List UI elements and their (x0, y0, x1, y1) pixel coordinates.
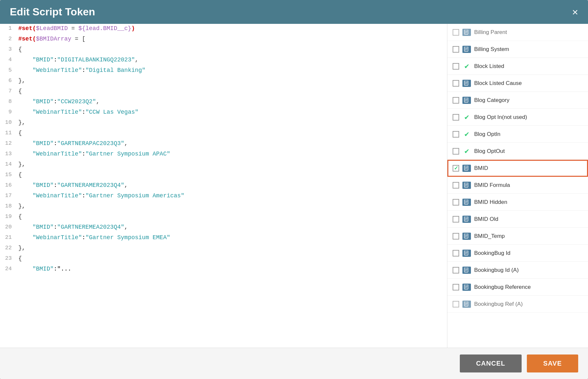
token-label: BMID Old (474, 216, 498, 222)
token-check-icon: ✔ (462, 114, 471, 121)
token-checkbox[interactable] (453, 97, 459, 104)
token-label: Billing Parent (474, 29, 507, 36)
token-check-icon: ✔ (462, 148, 471, 155)
token-checkbox[interactable] (453, 267, 459, 273)
token-list-item[interactable]: Bookingbug Ref (A) (447, 296, 588, 313)
line-content: "BMID":"GARTNERAMER2023Q4", (16, 181, 447, 190)
token-label: Blog Opt In(not used) (474, 114, 527, 121)
token-doc-icon (462, 284, 471, 291)
line-number: 24 (0, 264, 16, 273)
token-list-item[interactable]: ✔Blog OptOut (447, 143, 588, 160)
code-line: 19{ (0, 212, 447, 222)
line-number: 9 (0, 107, 16, 116)
token-list-item[interactable]: Bookingbug Reference (447, 279, 588, 296)
token-doc-icon (462, 199, 471, 206)
line-content: #set($LeadBMID = ${lead.BMID__c}) (16, 24, 447, 33)
token-list-item[interactable]: BMID Old (447, 211, 588, 228)
line-content: "BMID":"CCW2023Q2", (16, 97, 447, 106)
token-list-item[interactable]: Block Listed Cause (447, 75, 588, 92)
token-label: Bookingbug Id (A) (474, 267, 519, 273)
token-list-item[interactable]: BMID Formula (447, 177, 588, 194)
modal-title: Edit Script Token (10, 6, 95, 18)
token-checkbox[interactable] (453, 199, 459, 206)
token-checkbox[interactable] (453, 63, 459, 70)
token-doc-icon (462, 301, 471, 308)
code-line: 8 "BMID":"CCW2023Q2", (0, 97, 447, 107)
token-list-item[interactable]: Billing System (447, 41, 588, 58)
token-check-icon: ✔ (462, 131, 471, 138)
line-content: { (16, 212, 447, 221)
token-list-item[interactable]: BMID (447, 160, 588, 177)
token-checkbox[interactable] (453, 46, 459, 53)
token-list-item[interactable]: BookingBug Id (447, 245, 588, 262)
line-number: 8 (0, 97, 16, 106)
token-doc-icon (462, 165, 471, 172)
save-button[interactable]: SAVE (527, 354, 578, 372)
token-checkbox[interactable] (453, 114, 459, 121)
line-number: 20 (0, 222, 16, 231)
code-line: 16 "BMID":"GARTNERAMER2023Q4", (0, 181, 447, 191)
line-content: #set($BMIDArray = [ (16, 34, 447, 43)
token-doc-icon (462, 233, 471, 240)
line-content: "BMID":"DIGITALBANKINGQ22023", (16, 55, 447, 64)
line-content: { (16, 170, 447, 179)
token-list-item[interactable]: BMID Hidden (447, 194, 588, 211)
code-line: 1#set($LeadBMID = ${lead.BMID__c}) (0, 24, 447, 34)
token-list-panel: Billing ParentBilling System✔Block Liste… (447, 24, 588, 348)
line-content: { (16, 254, 447, 263)
token-list-item[interactable]: ✔Blog Opt In(not used) (447, 109, 588, 126)
token-label: Blog Category (474, 97, 510, 104)
token-doc-icon (462, 97, 471, 104)
line-number: 15 (0, 170, 16, 179)
line-content: "WebinarTitle":"Digital Banking" (16, 66, 447, 75)
code-line: 4 "BMID":"DIGITALBANKINGQ22023", (0, 55, 447, 66)
token-checkbox[interactable] (453, 284, 459, 290)
token-checkbox[interactable] (453, 80, 459, 87)
code-line: 10}, (0, 118, 447, 128)
code-line: 21 "WebinarTitle":"Gartner Symposium EME… (0, 233, 447, 243)
token-checkbox[interactable] (453, 250, 459, 256)
token-checkbox[interactable] (453, 216, 459, 222)
token-checkbox[interactable] (453, 131, 459, 138)
code-line: 2#set($BMIDArray = [ (0, 34, 447, 45)
token-checkbox[interactable] (453, 182, 459, 189)
line-content: }, (16, 160, 447, 169)
line-content: }, (16, 76, 447, 85)
line-number: 2 (0, 34, 16, 43)
line-number: 5 (0, 66, 16, 74)
token-checkbox[interactable] (453, 301, 459, 307)
token-label: Bookingbug Reference (474, 284, 531, 290)
token-checkbox[interactable] (453, 165, 459, 172)
token-list-item[interactable]: BMID_Temp (447, 228, 588, 245)
cancel-button[interactable]: CANCEL (460, 354, 522, 372)
token-checkbox[interactable] (453, 148, 459, 155)
token-checkbox[interactable] (453, 29, 459, 36)
token-checkbox[interactable] (453, 233, 459, 239)
code-line: 13 "WebinarTitle":"Gartner Symposium APA… (0, 149, 447, 160)
code-line: 5 "WebinarTitle":"Digital Banking" (0, 66, 447, 76)
token-list-item[interactable]: ✔Blog OptIn (447, 126, 588, 143)
token-label: BMID (474, 165, 488, 172)
token-doc-icon (462, 216, 471, 223)
token-list-item[interactable]: Bookingbug Id (A) (447, 262, 588, 279)
line-number: 18 (0, 202, 16, 210)
line-number: 10 (0, 118, 16, 127)
line-number: 12 (0, 139, 16, 148)
line-number: 13 (0, 149, 16, 158)
token-label: BMID_Temp (474, 233, 505, 239)
token-doc-icon (462, 267, 471, 274)
line-number: 23 (0, 254, 16, 263)
modal-body: 1#set($LeadBMID = ${lead.BMID__c})2#set(… (0, 24, 588, 348)
close-button[interactable]: × (572, 7, 578, 17)
token-list-item[interactable]: ✔Block Listed (447, 58, 588, 75)
line-content: "WebinarTitle":"Gartner Symposium Americ… (16, 191, 447, 200)
token-doc-icon (462, 29, 471, 36)
line-number: 3 (0, 45, 16, 54)
line-number: 6 (0, 76, 16, 85)
token-list-item[interactable]: Blog Category (447, 92, 588, 109)
line-content: }, (16, 243, 447, 253)
code-line: 3{ (0, 45, 447, 55)
token-list-item[interactable]: Billing Parent (447, 24, 588, 41)
line-number: 7 (0, 87, 16, 95)
line-content: { (16, 128, 447, 138)
